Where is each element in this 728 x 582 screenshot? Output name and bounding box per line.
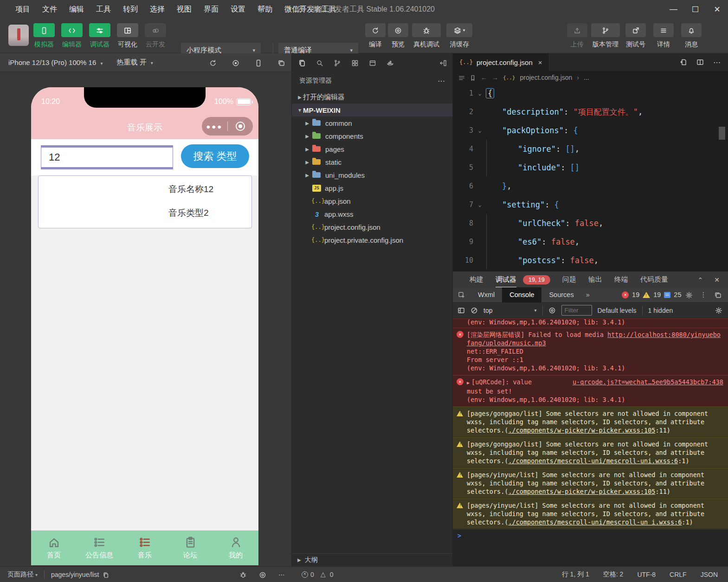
tab-output[interactable]: 输出	[588, 275, 602, 284]
language-mode[interactable]: JSON	[701, 571, 718, 578]
stop-icon[interactable]	[232, 58, 239, 67]
more-tabs-icon[interactable]: »	[581, 291, 594, 298]
tree-root-mp-weixin[interactable]: ▼ MP-WEIXIN	[292, 103, 452, 116]
menu-select[interactable]: 选择	[144, 5, 171, 14]
problems-summary[interactable]: 0 0	[302, 567, 334, 582]
devtools-settings-icon[interactable]	[685, 291, 693, 298]
console-source-link[interactable]: ./components/w-picker/w-picker.wxss:105	[508, 488, 655, 495]
docker-icon[interactable]	[387, 58, 394, 67]
test-account-button[interactable]: 测试号	[625, 23, 646, 49]
menu-settings[interactable]: 设置	[225, 5, 251, 14]
visualize-toggle[interactable]: 可视化	[114, 23, 141, 49]
editor-toggle[interactable]: 编辑器	[58, 23, 85, 49]
details-button[interactable]: 详情	[653, 23, 674, 49]
restart-icon[interactable]	[209, 58, 217, 67]
device-frame-icon[interactable]	[255, 58, 262, 67]
tree-item-folder[interactable]: ▶ uni_modules	[292, 168, 452, 181]
log-levels-select[interactable]: Default levels	[598, 307, 637, 314]
messages-button[interactable]: 消息	[681, 23, 702, 49]
menu-file[interactable]: 文件	[36, 5, 63, 14]
minimize-button[interactable]: —	[663, 0, 684, 19]
fold-icon[interactable]: ⌄	[473, 84, 486, 103]
devtools-tab-wxml[interactable]: Wxml	[470, 287, 502, 303]
tab-profile[interactable]: 我的	[213, 530, 258, 565]
more-actions-icon[interactable]: ⋯	[713, 58, 721, 67]
indentation[interactable]: 空格: 2	[603, 570, 624, 579]
tab-music[interactable]: 音乐	[122, 530, 168, 565]
cloud-dev-toggle[interactable]: 云开发	[142, 23, 169, 49]
tab-home[interactable]: 首页	[31, 530, 77, 565]
nav-back-icon[interactable]: ←	[481, 74, 487, 81]
menu-goto[interactable]: 转到	[117, 5, 144, 14]
clear-console-icon[interactable]	[470, 306, 478, 314]
console-prompt[interactable]: >	[453, 529, 728, 541]
console-sidebar-icon[interactable]	[457, 306, 465, 314]
tab-problems[interactable]: 问题	[562, 275, 576, 284]
version-control-button[interactable]: 版本管理	[591, 23, 620, 49]
close-tab-icon[interactable]: ×	[538, 58, 542, 66]
encoding[interactable]: UTF-8	[637, 571, 656, 578]
tab-terminal[interactable]: 终端	[614, 275, 628, 284]
close-panel-icon[interactable]: ✕	[714, 276, 720, 284]
tab-debugger[interactable]: 调试器	[496, 275, 516, 284]
page-path-select[interactable]: 页面路径 ▾	[7, 570, 38, 579]
tree-item-file[interactable]: {..} project.private.config.json	[292, 233, 452, 246]
code-editor[interactable]: 1⌄ { 2 "description": "项目配置文件。", 3⌄ "pac…	[453, 84, 728, 272]
console-source-link[interactable]: ./components/w-picker/w-picker.wxss:105	[508, 427, 655, 434]
console-source-link[interactable]: ./components/mescroll-uni/mescroll-uni.w…	[508, 457, 678, 465]
devtools-tab-sources[interactable]: Sources	[541, 287, 581, 303]
search-input[interactable]	[41, 145, 173, 169]
music-list-item[interactable]: 里斗 RAY 黄 星 音乐名称12 音乐类型2	[38, 175, 252, 228]
console-source-link[interactable]: u-qrcode.js?t=wechat…5ee9b5a5443bcb7:438	[573, 378, 723, 386]
tree-open-editors[interactable]: ▶ 打开的编辑器	[292, 91, 452, 103]
menu-project[interactable]: 项目	[9, 5, 36, 14]
console-source-link[interactable]: ./components/mescroll-uni/mescroll-un i.…	[508, 518, 682, 526]
tab-code-quality[interactable]: 代码质量	[640, 275, 668, 284]
files-icon[interactable]	[298, 58, 306, 67]
preview-button[interactable]: 预览	[388, 23, 408, 49]
console-filter-input[interactable]	[561, 305, 592, 316]
menu-devtools[interactable]: 微信开发者工具	[278, 5, 342, 14]
hot-reload-toggle[interactable]: 热重载 开 ▾	[117, 58, 153, 67]
collapse-panel-icon[interactable]: ⌃	[698, 276, 703, 284]
tree-item-file[interactable]: 3 app.wxss	[292, 207, 452, 220]
tree-item-folder[interactable]: ▶ components	[292, 129, 452, 142]
breadcrumb-more[interactable]: ...	[584, 74, 589, 81]
debugger-toggle[interactable]: 调试器	[86, 23, 113, 49]
tree-item-folder[interactable]: ▶ static	[292, 155, 452, 168]
menu-help[interactable]: 帮助	[251, 5, 278, 14]
breadcrumb-file[interactable]: project.config.json	[520, 74, 573, 81]
fold-icon[interactable]: ⌄	[473, 195, 486, 214]
outline-section[interactable]: ▶ 大纲	[292, 553, 452, 566]
source-control-icon[interactable]	[334, 58, 341, 67]
copy-path-icon[interactable]	[103, 571, 109, 578]
console-settings-icon[interactable]	[715, 306, 722, 314]
compile-button[interactable]: 编译	[365, 23, 386, 49]
more-actions-icon[interactable]: ⋯	[438, 77, 445, 85]
clear-cache-button[interactable]: ▾ 清缓存	[446, 23, 472, 49]
tree-item-file[interactable]: JS app.js	[292, 181, 452, 194]
extensions-icon[interactable]	[351, 58, 359, 67]
close-miniprogram-icon[interactable]	[228, 122, 253, 131]
tab-announcements[interactable]: 公告信息	[77, 530, 122, 565]
vconsole-bug-icon[interactable]	[239, 570, 247, 578]
simulator-toggle[interactable]: 模拟器	[31, 23, 58, 49]
maximize-button[interactable]: ☐	[684, 0, 706, 19]
search-type-button[interactable]: 搜索 类型	[181, 144, 249, 168]
upload-button[interactable]: 上传	[567, 23, 587, 49]
context-select[interactable]: top ▾	[483, 307, 537, 314]
menu-interface[interactable]: 界面	[198, 5, 225, 14]
devtools-tab-console[interactable]: Console	[502, 287, 541, 303]
tree-item-folder[interactable]: ▶ pages	[292, 142, 452, 155]
collapse-sidebar-icon[interactable]	[439, 58, 447, 67]
npm-build-icon[interactable]	[369, 58, 376, 67]
menu-edit[interactable]: 编辑	[63, 5, 90, 14]
open-changes-icon[interactable]	[680, 58, 687, 67]
split-editor-icon[interactable]	[696, 58, 704, 67]
undock-icon[interactable]	[714, 291, 722, 298]
more-vertical-icon[interactable]: ⋮	[700, 291, 707, 298]
fold-icon[interactable]: ⌄	[473, 121, 486, 140]
search-icon[interactable]	[316, 58, 323, 67]
tab-build[interactable]: 构建	[470, 275, 483, 284]
cursor-position[interactable]: 行 1, 列 1	[562, 570, 589, 579]
